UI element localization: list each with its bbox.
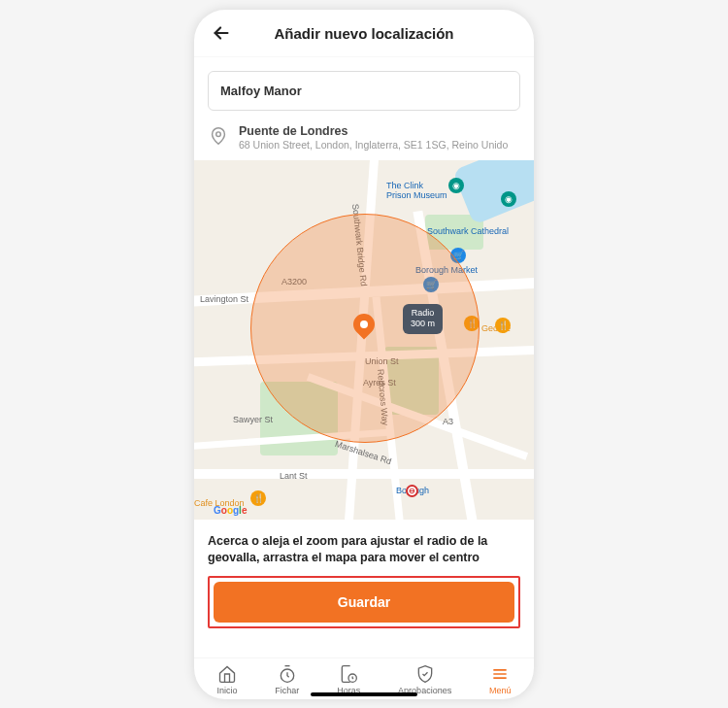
stopwatch-icon bbox=[278, 664, 297, 684]
map-label: Marshalsea Rd bbox=[334, 439, 393, 466]
tab-label: Menú bbox=[489, 686, 512, 695]
geofence-center-pin[interactable] bbox=[353, 314, 375, 343]
map-label: A3 bbox=[443, 417, 453, 426]
location-pin-icon bbox=[208, 125, 229, 147]
map-poi-label: Southwark Cathedral bbox=[427, 226, 509, 236]
poi-museum-icon: ◉ bbox=[448, 178, 464, 193]
header: Añadir nuevo localización bbox=[194, 10, 534, 57]
location-name: Puente de Londres bbox=[239, 124, 508, 138]
home-icon bbox=[217, 664, 237, 684]
radius-badge: Radio 300 m bbox=[403, 304, 443, 334]
document-clock-icon bbox=[339, 664, 358, 684]
tab-horas[interactable]: Horas bbox=[337, 664, 360, 695]
poi-museum-icon: ◉ bbox=[501, 191, 516, 207]
radius-value: 300 m bbox=[411, 319, 435, 329]
map-poi-label: The Clink Prison Museum bbox=[386, 182, 447, 201]
help-text: Acerca o aleja el zoom para ajustar el r… bbox=[208, 533, 520, 566]
tab-inicio[interactable]: Inicio bbox=[216, 664, 237, 695]
name-field-row bbox=[208, 71, 520, 111]
page-title: Añadir nuevo localización bbox=[208, 25, 520, 42]
tab-menu[interactable]: Menú bbox=[489, 664, 512, 695]
phone-frame: Añadir nuevo localización Puente de Lond… bbox=[194, 10, 534, 699]
location-address: 68 Union Street, London, Inglaterra, SE1… bbox=[239, 139, 508, 151]
map-label: Lavington St bbox=[200, 294, 248, 304]
tab-fichar[interactable]: Fichar bbox=[275, 664, 299, 695]
menu-icon bbox=[490, 664, 510, 684]
radius-label: Radio bbox=[411, 308, 435, 319]
map[interactable]: Lavington St Union St Southwark Bridge R… bbox=[194, 160, 534, 520]
metro-icon: ⊖ bbox=[406, 485, 418, 497]
content-area: Puente de Londres 68 Union Street, Londo… bbox=[194, 57, 534, 657]
location-name-input[interactable] bbox=[208, 71, 520, 111]
svg-point-0 bbox=[216, 132, 221, 137]
selected-location-row[interactable]: Puente de Londres 68 Union Street, Londo… bbox=[208, 124, 520, 151]
save-highlight: Guardar bbox=[208, 576, 520, 628]
poi-food-icon: 🍴 bbox=[495, 318, 511, 333]
tab-label: Fichar bbox=[275, 686, 299, 695]
poi-food-icon: 🍴 bbox=[250, 490, 266, 506]
map-label: Sawyer St bbox=[233, 415, 273, 424]
map-label: Lant St bbox=[280, 471, 308, 481]
home-indicator bbox=[311, 692, 417, 696]
google-attribution: Google bbox=[214, 505, 247, 516]
tab-aprobaciones[interactable]: Aprobaciones bbox=[398, 664, 451, 695]
tab-label: Inicio bbox=[216, 686, 237, 695]
save-button[interactable]: Guardar bbox=[214, 582, 514, 623]
shield-check-icon bbox=[415, 664, 435, 684]
